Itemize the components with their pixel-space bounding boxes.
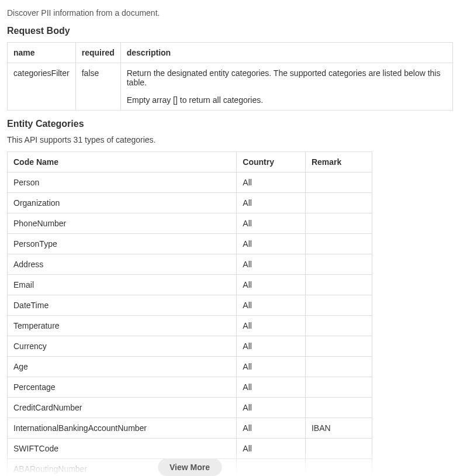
cell-code-name: Person [8, 173, 237, 193]
cell-code-name: PhoneNumber [8, 213, 237, 234]
table-row: AgeAll [8, 357, 372, 377]
cell-code-name: Email [8, 275, 237, 295]
table-row: PercentageAll [8, 377, 372, 398]
cell-country: All [237, 173, 306, 193]
cell-country [237, 459, 306, 477]
cell-code-name: Temperature [8, 316, 237, 336]
col-name: name [8, 43, 76, 63]
cell-country: All [237, 193, 306, 213]
table-row: CreditCardNumberAll [8, 398, 372, 418]
table-row: PersonAll [8, 173, 372, 193]
cell-remark [305, 275, 372, 295]
cell-country: All [237, 234, 306, 254]
cell-remark [305, 316, 372, 336]
cell-country: All [237, 275, 306, 295]
cell-remark [305, 173, 372, 193]
cell-code-name: Age [8, 357, 237, 377]
cell-country: All [237, 439, 306, 459]
table-row: CurrencyAll [8, 336, 372, 357]
col-code-name: Code Name [8, 152, 237, 173]
cell-remark [305, 459, 372, 477]
cell-code-name: PersonType [8, 234, 237, 254]
intro-text: Discover PII information from a document… [7, 8, 453, 18]
request-body-heading: Request Body [7, 26, 453, 36]
cell-code-name: Currency [8, 336, 237, 357]
cell-remark [305, 377, 372, 398]
col-required: required [75, 43, 120, 63]
cell-remark [305, 295, 372, 316]
cell-remark [305, 336, 372, 357]
cell-code-name: Address [8, 254, 237, 275]
col-country: Country [237, 152, 306, 173]
cell-code-name: DateTime [8, 295, 237, 316]
table-row: DateTimeAll [8, 295, 372, 316]
cell-country: All [237, 398, 306, 418]
entity-categories-table: Code Name Country Remark PersonAllOrgani… [7, 151, 372, 476]
cell-country: All [237, 418, 306, 439]
cell-country: All [237, 254, 306, 275]
entity-categories-subtext: This API supports 31 types of categories… [7, 135, 453, 144]
cell-remark [305, 234, 372, 254]
cell-remark [305, 254, 372, 275]
cell-country: All [237, 336, 306, 357]
request-body-table: name required description categoriesFilt… [7, 42, 453, 111]
cell-code-name: InternationalBankingAccountNumber [8, 418, 237, 439]
table-row: PhoneNumberAll [8, 213, 372, 234]
table-row: InternationalBankingAccountNumberAllIBAN [8, 418, 372, 439]
table-row: AddressAll [8, 254, 372, 275]
table-row: OrganizationAll [8, 193, 372, 213]
cell-code-name: Percentage [8, 377, 237, 398]
table-header-row: name required description [8, 43, 453, 63]
cell-country: All [237, 357, 306, 377]
col-remark: Remark [305, 152, 372, 173]
cell-remark [305, 357, 372, 377]
table-row: EmailAll [8, 275, 372, 295]
cell-code-name: Organization [8, 193, 237, 213]
view-more-button[interactable]: View More [158, 458, 222, 476]
cell-required: false [75, 63, 120, 111]
table-row: categoriesFilter false Return the design… [8, 63, 453, 111]
cell-country: All [237, 316, 306, 336]
entity-categories-table-wrap: Code Name Country Remark PersonAllOrgani… [7, 151, 372, 476]
cell-remark: IBAN [305, 418, 372, 439]
cell-code-name: CreditCardNumber [8, 398, 237, 418]
cell-code-name: SWIFTCode [8, 439, 237, 459]
cell-country: All [237, 295, 306, 316]
cell-country: All [237, 377, 306, 398]
cell-remark [305, 193, 372, 213]
cell-name: categoriesFilter [8, 63, 76, 111]
cell-description: Return the designated entity categories.… [120, 63, 452, 111]
cell-remark [305, 213, 372, 234]
table-row: SWIFTCodeAll [8, 439, 372, 459]
desc-line: Empty array [] to return all categories. [127, 95, 447, 105]
entity-categories-heading: Entity Categories [7, 119, 453, 129]
table-header-row: Code Name Country Remark [8, 152, 372, 173]
cell-remark [305, 439, 372, 459]
cell-country: All [237, 213, 306, 234]
table-row: PersonTypeAll [8, 234, 372, 254]
cell-remark [305, 398, 372, 418]
desc-line: Return the designated entity categories.… [127, 68, 447, 87]
table-row: TemperatureAll [8, 316, 372, 336]
col-description: description [120, 43, 452, 63]
